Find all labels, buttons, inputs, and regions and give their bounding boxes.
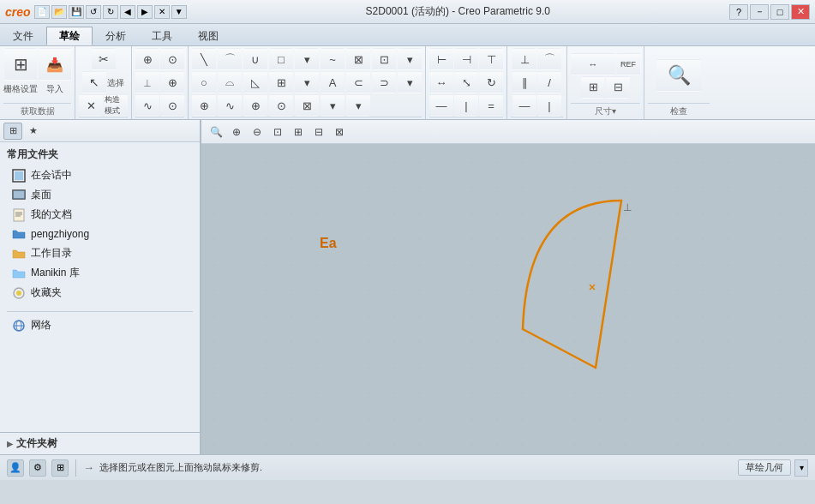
status-icon-settings[interactable]: ⚙ <box>29 459 46 477</box>
edit-trim-btn[interactable]: ⊢ <box>429 48 453 70</box>
datum-btn5[interactable]: ∿ <box>135 94 159 117</box>
datum-btn1[interactable]: ⊕ <box>135 48 159 70</box>
sketch-circle-btn[interactable]: ○ <box>192 71 216 93</box>
sketch-chamfer-btn[interactable]: ◺ <box>243 71 267 93</box>
sketch-drop6-btn[interactable]: ▾ <box>346 94 370 117</box>
sketch-wave-btn[interactable]: ∿ <box>218 94 242 117</box>
sidebar-item-manikin[interactable]: Manikin 库 <box>7 263 193 283</box>
close-btn[interactable]: ✕ <box>791 4 810 20</box>
sketch-conic-btn[interactable]: ⊂ <box>346 71 370 93</box>
window-controls: ? － □ ✕ <box>729 4 810 20</box>
toolbar-row-cons1: ⊥ ⌒ <box>512 48 561 70</box>
edit-vert-btn[interactable]: | <box>454 94 478 117</box>
cut-btn[interactable]: ✂ <box>92 48 116 70</box>
edit-divide-btn[interactable]: ⊤ <box>479 48 503 70</box>
help-btn[interactable]: ? <box>729 4 748 20</box>
cons-collinear-btn[interactable]: / <box>537 71 561 93</box>
status-dropdown-btn[interactable]: ▾ <box>794 459 808 477</box>
edit-mirror-btn[interactable]: ↔ <box>429 71 453 93</box>
sketch-arc2-btn[interactable]: ∪ <box>243 48 267 70</box>
redo-icon[interactable]: ↻ <box>103 5 118 19</box>
sketch-text-btn[interactable]: A <box>321 71 345 93</box>
edit-equal-btn[interactable]: = <box>479 94 503 117</box>
open-icon[interactable]: 📂 <box>51 5 67 19</box>
datum-btn6[interactable]: ⊙ <box>160 94 184 117</box>
sidebar-item-favorites[interactable]: 收藏夹 <box>7 283 193 303</box>
import-btn[interactable]: 📥 <box>39 48 71 81</box>
sketch-drop3-btn[interactable]: ▾ <box>295 71 319 93</box>
sketch-drop1-btn[interactable]: ▾ <box>295 48 319 70</box>
dim-ref-btn[interactable]: REF <box>616 53 640 75</box>
sidebar-tab-btn1[interactable]: ⊞ <box>3 123 22 140</box>
sketch-drop5-btn[interactable]: ▾ <box>321 94 345 117</box>
maximize-btn[interactable]: □ <box>770 4 789 20</box>
folder-tree-header[interactable]: ▶ 文件夹树 <box>0 432 200 454</box>
datum-btn2[interactable]: ⊙ <box>160 48 184 70</box>
sketch-ctr-line-btn[interactable]: ⊕ <box>192 94 216 117</box>
pan-btn[interactable]: ⊡ <box>268 123 287 141</box>
sidebar-item-network[interactable]: 网络 <box>0 315 200 335</box>
edit-horiz-btn[interactable]: — <box>429 94 453 117</box>
tab-analysis[interactable]: 分析 <box>93 27 139 45</box>
zoom-out-btn[interactable]: ⊖ <box>248 123 267 141</box>
dim-baseline-btn[interactable]: ⊞ <box>581 76 605 99</box>
tab-tools[interactable]: 工具 <box>139 27 185 45</box>
toolbar-arrow-right[interactable]: ▶ <box>137 5 153 19</box>
tab-view[interactable]: 视图 <box>185 27 231 45</box>
sketch-rect-btn[interactable]: □ <box>269 48 293 70</box>
sidebar-item-session[interactable]: 在会话中 <box>7 165 193 185</box>
zoom-fit-btn[interactable]: 🔍 <box>207 123 225 141</box>
shade-btn[interactable]: ⊟ <box>309 123 328 141</box>
sketch-poly-btn[interactable]: ⊡ <box>372 48 396 70</box>
minimize-btn[interactable]: － <box>750 4 769 20</box>
save-icon[interactable]: 💾 <box>69 5 84 19</box>
sketch-coord-btn[interactable]: ⊕ <box>243 94 267 117</box>
sketch-ellipse-btn[interactable]: ⊠ <box>346 48 370 70</box>
toolbar-close[interactable]: ✕ <box>154 5 170 19</box>
dim-normal-btn[interactable]: ↔ <box>571 53 615 75</box>
grid-settings-btn[interactable]: ⊞ <box>4 48 37 81</box>
cons-vert-btn[interactable]: | <box>537 94 561 117</box>
display-btn[interactable]: ⊠ <box>330 123 349 141</box>
construct-mode-btn[interactable]: 构造模式 <box>104 94 128 117</box>
sketch-more-btn[interactable]: ⊃ <box>372 71 396 93</box>
select-btn[interactable]: ↖ <box>82 71 106 93</box>
sketch-drop4-btn[interactable]: ▾ <box>398 71 422 93</box>
sidebar-item-workdir[interactable]: 工作目录 <box>7 243 193 263</box>
grid-btn[interactable]: ⊞ <box>289 123 308 141</box>
sidebar-tab-btn2[interactable]: ★ <box>24 123 43 140</box>
sketch-ref-btn[interactable]: ⊙ <box>269 94 293 117</box>
edit-scale-btn[interactable]: ⤡ <box>454 71 478 93</box>
tab-sketch[interactable]: 草绘 <box>46 27 93 45</box>
sketch-palette-btn[interactable]: ⊠ <box>295 94 319 117</box>
sketch-drop2-btn[interactable]: ▾ <box>398 48 422 70</box>
sketch-arc1-btn[interactable]: ⌒ <box>218 48 242 70</box>
edit-corner-btn[interactable]: ⊣ <box>454 48 478 70</box>
sketch-offset-btn[interactable]: ⊞ <box>269 71 293 93</box>
datum-btn3[interactable]: ⟂ <box>135 71 159 93</box>
zoom-in-btn[interactable]: ⊕ <box>227 123 246 141</box>
cons-perp-btn[interactable]: ⊥ <box>512 48 536 70</box>
status-icon-person[interactable]: 👤 <box>7 459 24 477</box>
inspect-tool-btn[interactable]: 🔍 <box>656 59 701 92</box>
close-ops-btn[interactable]: ✕ <box>79 94 103 117</box>
datum-btn4[interactable]: ⊕ <box>160 71 184 93</box>
edit-rotate-btn[interactable]: ↻ <box>479 71 503 93</box>
sketch-line-btn[interactable]: ╲ <box>192 48 216 70</box>
tab-file[interactable]: 文件 <box>0 27 46 45</box>
toolbar-arrow-left[interactable]: ◀ <box>120 5 135 19</box>
cons-parallel-btn[interactable]: ∥ <box>512 71 536 93</box>
cons-tangent-btn[interactable]: ⌒ <box>537 48 561 70</box>
status-icon-viewport[interactable]: ⊞ <box>51 459 69 477</box>
sidebar-item-desktop[interactable]: 桌面 <box>7 185 193 205</box>
canvas-main[interactable]: ⊥ Ea <box>201 144 815 454</box>
sidebar-item-pengzhiyong[interactable]: pengzhiyong <box>7 225 193 243</box>
new-icon[interactable]: 📄 <box>34 5 50 19</box>
dim-chain-btn[interactable]: ⊟ <box>606 76 630 99</box>
sketch-spline-btn[interactable]: ~ <box>321 48 345 70</box>
sidebar-item-docs[interactable]: 我的文档 <box>7 205 193 225</box>
toolbar-dropdown[interactable]: ▼ <box>171 5 187 19</box>
cons-horiz-btn[interactable]: — <box>512 94 536 117</box>
sketch-fillet-btn[interactable]: ⌓ <box>218 71 242 93</box>
undo-icon[interactable]: ↺ <box>86 5 101 19</box>
